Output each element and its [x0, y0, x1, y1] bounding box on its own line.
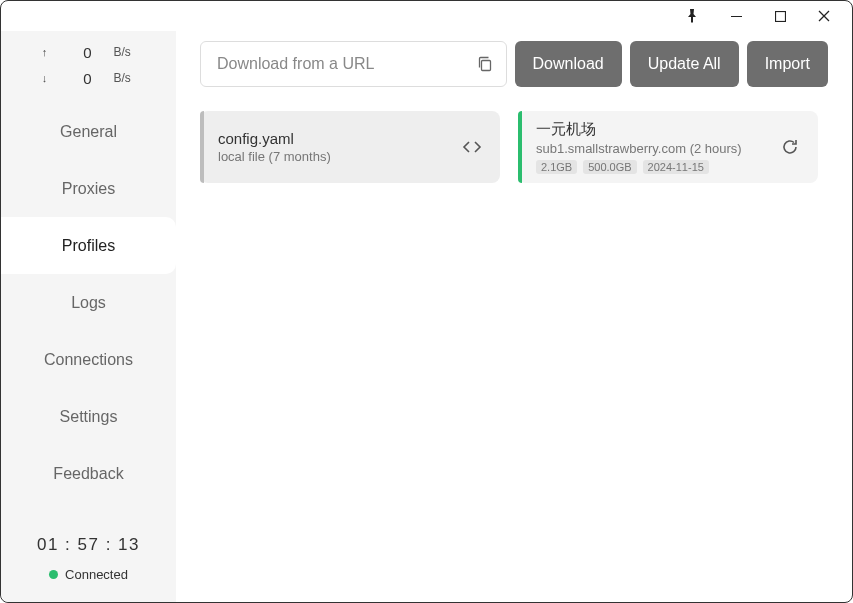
sidebar-item-general[interactable]: General: [1, 103, 176, 160]
refresh-button[interactable]: [776, 133, 804, 161]
status-dot-icon: [49, 570, 58, 579]
upload-value: 0: [72, 44, 92, 61]
card-body: 一元机场 sub1.smallstrawberry.com (2 hours) …: [536, 120, 776, 174]
download-unit: B/s: [114, 71, 138, 85]
close-button[interactable]: [802, 2, 846, 30]
update-all-button[interactable]: Update All: [630, 41, 739, 87]
titlebar: [1, 1, 852, 31]
nav-label: Connections: [44, 351, 133, 369]
sidebar-item-logs[interactable]: Logs: [1, 274, 176, 331]
minimize-icon: [731, 11, 742, 22]
url-input[interactable]: [215, 54, 470, 74]
code-icon: [462, 139, 482, 155]
download-button[interactable]: Download: [515, 41, 622, 87]
profiles-toolbar: Download Update All Import: [200, 41, 828, 87]
pin-button[interactable]: [670, 2, 714, 30]
nav-label: Proxies: [62, 180, 115, 198]
refresh-icon: [781, 138, 799, 156]
badge-used: 2.1GB: [536, 160, 577, 174]
import-button[interactable]: Import: [747, 41, 828, 87]
status-label: Connected: [65, 567, 128, 582]
url-input-container: [200, 41, 507, 87]
pin-icon: [686, 9, 698, 23]
sidebar-item-profiles[interactable]: Profiles: [1, 217, 176, 274]
paste-button[interactable]: [470, 49, 500, 79]
svg-rect-1: [775, 11, 785, 21]
profile-title: 一元机场: [536, 120, 776, 139]
profile-cards: config.yaml local file (7 months) 一元机场 s…: [200, 111, 828, 183]
connection-status: Connected: [1, 567, 176, 582]
maximize-button[interactable]: [758, 2, 802, 30]
profile-card-local[interactable]: config.yaml local file (7 months): [200, 111, 500, 183]
nav-label: General: [60, 123, 117, 141]
nav-menu: General Proxies Profiles Logs Connection…: [1, 103, 176, 502]
copy-icon: [476, 55, 494, 73]
badge-expiry: 2024-11-15: [643, 160, 709, 174]
uptime-clock: 01 : 57 : 13: [1, 535, 176, 555]
download-stat: ↓ 0 B/s: [1, 65, 176, 91]
nav-label: Profiles: [62, 237, 115, 255]
upload-arrow-icon: ↑: [40, 46, 50, 58]
nav-label: Settings: [60, 408, 118, 426]
sidebar-item-proxies[interactable]: Proxies: [1, 160, 176, 217]
sidebar-item-connections[interactable]: Connections: [1, 331, 176, 388]
profile-title: config.yaml: [218, 130, 458, 147]
svg-rect-2: [481, 61, 490, 71]
profile-subtitle: local file (7 months): [218, 149, 458, 164]
download-value: 0: [72, 70, 92, 87]
minimize-button[interactable]: [714, 2, 758, 30]
badge-total: 500.0GB: [583, 160, 636, 174]
download-arrow-icon: ↓: [40, 72, 50, 84]
upload-stat: ↑ 0 B/s: [1, 39, 176, 65]
upload-unit: B/s: [114, 45, 138, 59]
profile-badges: 2.1GB 500.0GB 2024-11-15: [536, 160, 776, 174]
sidebar-footer: 01 : 57 : 13 Connected: [1, 523, 176, 602]
card-body: config.yaml local file (7 months): [218, 130, 458, 164]
card-stripe: [518, 111, 522, 183]
sidebar-item-settings[interactable]: Settings: [1, 388, 176, 445]
sidebar-item-feedback[interactable]: Feedback: [1, 445, 176, 502]
main-content: Download Update All Import config.yaml l…: [176, 31, 852, 602]
nav-label: Feedback: [53, 465, 123, 483]
profile-subtitle: sub1.smallstrawberry.com (2 hours): [536, 141, 776, 156]
nav-label: Logs: [71, 294, 106, 312]
sidebar: ↑ 0 B/s ↓ 0 B/s General Proxies Profiles…: [1, 31, 176, 602]
traffic-stats: ↑ 0 B/s ↓ 0 B/s: [1, 31, 176, 97]
card-stripe: [200, 111, 204, 183]
profile-card-remote[interactable]: 一元机场 sub1.smallstrawberry.com (2 hours) …: [518, 111, 818, 183]
edit-code-button[interactable]: [458, 133, 486, 161]
svg-rect-0: [731, 16, 742, 17]
maximize-icon: [775, 11, 786, 22]
close-icon: [818, 10, 830, 22]
